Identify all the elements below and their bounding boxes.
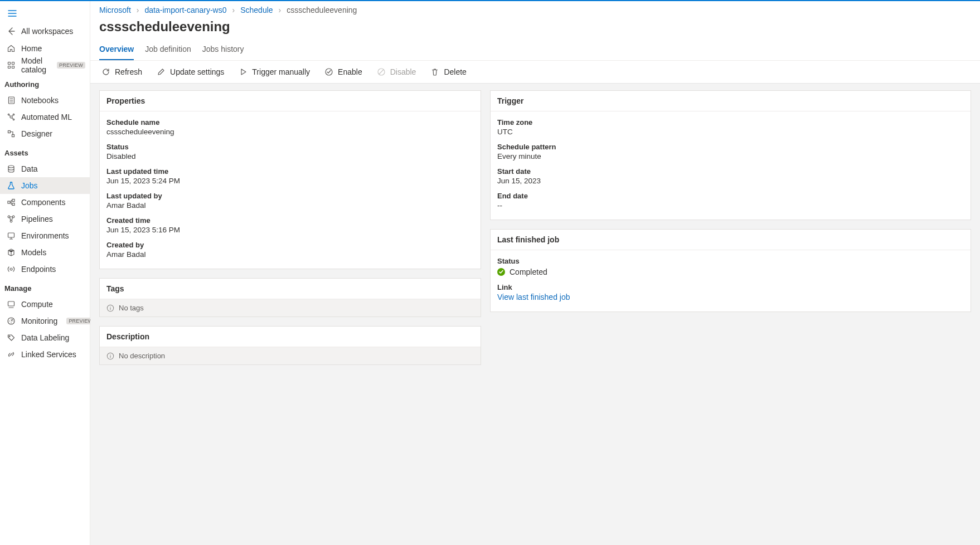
trigger-key: Time zone (497, 118, 964, 126)
sidebar-item-label: Data Labeling (21, 333, 69, 342)
svg-rect-10 (12, 135, 14, 137)
sidebar-item-label: Designer (21, 129, 52, 138)
catalog-icon (7, 61, 16, 70)
sidebar-item-label: Compute (21, 300, 53, 309)
properties-title: Properties (100, 91, 481, 111)
sidebar-item-label: Models (21, 248, 46, 257)
property-value: cssscheduleevening (106, 126, 474, 136)
left-column: Properties Schedule namecssscheduleeveni… (99, 90, 481, 365)
sidebar-item-data[interactable]: Data (0, 160, 90, 177)
sidebar-item-label: Data (21, 164, 38, 173)
info-icon (106, 304, 114, 312)
property-status: StatusDisabled (106, 140, 474, 165)
property-created-by: Created byAmar Badal (106, 239, 474, 263)
sidebar-item-environments[interactable]: Environments (0, 227, 90, 244)
sidebar-item-monitoring[interactable]: MonitoringPREVIEW (0, 313, 90, 329)
property-key: Created by (106, 241, 474, 249)
hamburger-icon (8, 9, 17, 18)
tab-job-definition[interactable]: Job definition (145, 39, 191, 60)
toolbar-btn-label: Disable (390, 67, 416, 76)
last-job-status-value: Completed (510, 267, 547, 276)
sidebar-item-home[interactable]: Home (0, 40, 90, 57)
last-finished-job-title: Last finished job (491, 230, 971, 250)
toolbar-btn-label: Delete (444, 67, 466, 76)
sidebar-item-label: Monitoring (21, 317, 57, 325)
svg-point-11 (8, 166, 14, 168)
sidebar: All workspaces HomeModel catalogPREVIEW … (0, 1, 90, 545)
enable-button[interactable]: Enable (322, 65, 365, 79)
play-icon (239, 67, 248, 76)
svg-point-22 (9, 336, 10, 337)
all-workspaces-label: All workspaces (21, 27, 73, 36)
slash-circle-icon (377, 67, 386, 76)
components-icon (7, 198, 16, 207)
sidebar-item-linked-services[interactable]: Linked Services (0, 346, 90, 363)
last-finished-job-card: Last finished job Status Completed (490, 229, 971, 312)
sidebar-item-automated-ml[interactable]: Automated ML (0, 109, 90, 125)
tab-overview[interactable]: Overview (99, 39, 134, 60)
svg-rect-13 (12, 199, 14, 202)
sidebar-item-designer[interactable]: Designer (0, 125, 90, 142)
breadcrumb-item-data-import-canary-ws0[interactable]: data-import-canary-ws0 (144, 6, 226, 14)
update-settings-button[interactable]: Update settings (154, 65, 226, 79)
svg-rect-20 (8, 301, 14, 306)
trigger-schedule-pattern: Schedule patternEvery minute (497, 140, 964, 165)
svg-rect-1 (12, 62, 14, 65)
arrow-left-icon (7, 27, 16, 36)
property-value: Disabled (106, 151, 474, 160)
svg-rect-3 (12, 66, 14, 69)
sidebar-item-data-labeling[interactable]: Data Labeling (0, 329, 90, 346)
sidebar-item-model-catalog[interactable]: Model catalogPREVIEW (0, 57, 90, 74)
trigger-card: Trigger Time zoneUTCSchedule patternEver… (490, 90, 971, 220)
hamburger-button[interactable] (3, 4, 21, 22)
property-value: Jun 15, 2023 5:24 PM (106, 176, 474, 185)
trigger-start-date: Start dateJun 15, 2023 (497, 165, 964, 189)
sidebar-item-endpoints[interactable]: Endpoints (0, 261, 90, 278)
property-key: Last updated by (106, 192, 474, 200)
svg-rect-9 (8, 131, 11, 133)
endpoints-icon (7, 265, 16, 274)
trigger-title: Trigger (491, 91, 971, 111)
sidebar-item-label: Notebooks (21, 96, 59, 105)
sidebar-item-components[interactable]: Components (0, 194, 90, 211)
trigger-manually-button[interactable]: Trigger manually (236, 65, 312, 79)
breadcrumb-item-microsoft[interactable]: Microsoft (99, 6, 131, 14)
app-shell: All workspaces HomeModel catalogPREVIEW … (0, 1, 980, 545)
preview-badge: PREVIEW (57, 62, 85, 69)
flask-icon (7, 181, 16, 190)
refresh-button[interactable]: Refresh (99, 65, 144, 79)
sidebar-section-authoring: Authoring (0, 74, 90, 92)
content-area: Properties Schedule namecssscheduleeveni… (90, 84, 980, 545)
trigger-end-date: End date-- (497, 189, 964, 214)
sidebar-item-compute[interactable]: Compute (0, 296, 90, 313)
trigger-value: UTC (497, 126, 964, 136)
breadcrumb-item-schedule[interactable]: Schedule (240, 6, 273, 14)
sidebar-item-pipelines[interactable]: Pipelines (0, 211, 90, 227)
svg-point-19 (10, 268, 12, 270)
tags-empty-text: No tags (119, 304, 144, 312)
svg-rect-2 (8, 66, 11, 69)
description-card: Description No description (99, 326, 481, 365)
right-column: Trigger Time zoneUTCSchedule patternEver… (490, 90, 971, 312)
description-empty: No description (100, 347, 481, 364)
check-circle-icon (324, 67, 333, 76)
sidebar-item-label: Home (21, 44, 42, 53)
main-area: Microsoft›data-import-canary-ws0›Schedul… (90, 1, 980, 545)
svg-rect-0 (8, 62, 11, 65)
sidebar-item-notebooks[interactable]: Notebooks (0, 92, 90, 109)
sidebar-section-manage: Manage (0, 278, 90, 296)
models-icon (7, 248, 16, 257)
delete-button[interactable]: Delete (428, 65, 468, 79)
all-workspaces-button[interactable]: All workspaces (0, 22, 90, 40)
last-job-status: Status Completed (497, 255, 964, 281)
sidebar-item-models[interactable]: Models (0, 244, 90, 261)
automl-icon (7, 113, 16, 121)
last-job-status-label: Status (497, 257, 964, 265)
trash-icon (430, 67, 439, 76)
toolbar: RefreshUpdate settingsTrigger manuallyEn… (90, 61, 980, 84)
tab-jobs-history[interactable]: Jobs history (202, 39, 244, 60)
environments-icon (7, 231, 16, 240)
view-last-finished-job-link[interactable]: View last finished job (497, 291, 570, 301)
sidebar-item-jobs[interactable]: Jobs (0, 177, 90, 194)
property-last-updated-by: Last updated byAmar Badal (106, 189, 474, 214)
